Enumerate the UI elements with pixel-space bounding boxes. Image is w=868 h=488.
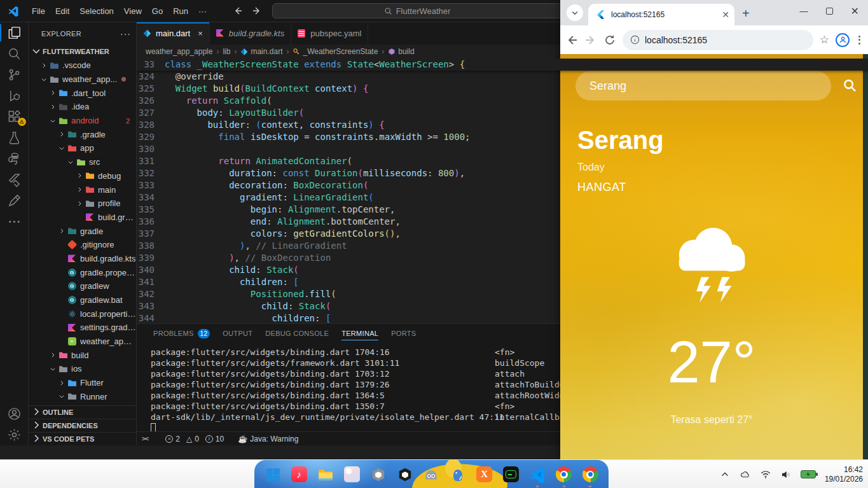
tab-close-icon[interactable]: ×: [198, 29, 203, 38]
tree-item[interactable]: Ggradle.properties: [29, 265, 136, 279]
editor-tab-build.gradle.kts[interactable]: build.gradle.kts: [210, 22, 291, 45]
extensions-activity-icon[interactable]: ⚠: [0, 106, 29, 127]
bookmark-star-icon[interactable]: ☆: [820, 33, 829, 46]
more-activity-icon[interactable]: [0, 211, 29, 232]
tree-item[interactable]: .idea: [29, 100, 136, 114]
account-activity-icon[interactable]: [0, 403, 29, 424]
problems-status[interactable]: × 2 △ 0 i 10: [162, 435, 228, 443]
taskbar-icon-explorer[interactable]: [317, 466, 334, 483]
breadcrumb-item[interactable]: _WeatherScreenState: [293, 47, 378, 56]
tree-item[interactable]: src: [29, 155, 136, 169]
panel-tab-problems[interactable]: PROBLEMS12: [148, 324, 215, 343]
site-info-icon[interactable]: [630, 35, 640, 45]
weather-search-icon[interactable]: [843, 78, 857, 93]
menu-go[interactable]: Go: [147, 4, 168, 18]
taskbar-icon-terminal-green[interactable]: [502, 466, 519, 483]
debug-activity-icon[interactable]: [0, 85, 29, 106]
section-vs-code-pets[interactable]: VS CODE PETS: [29, 432, 136, 445]
new-tab-icon[interactable]: +: [742, 6, 750, 21]
menu-view[interactable]: View: [119, 4, 147, 18]
taskbar-icon-unity-grey[interactable]: [370, 466, 387, 483]
taskbar-icon-music[interactable]: ♪: [291, 466, 307, 483]
editor-tab-pubspec.yaml[interactable]: pubspec.yaml: [291, 22, 368, 45]
files-activity-icon[interactable]: [0, 22, 29, 43]
breadcrumb-item[interactable]: main.dart: [240, 47, 282, 56]
taskbar-icon-chrome[interactable]: [556, 466, 572, 483]
search-activity-icon[interactable]: [0, 43, 29, 64]
tab-search-icon[interactable]: [567, 4, 583, 21]
remote-indicator-icon[interactable]: ><: [137, 435, 151, 443]
tree-item[interactable]: gradle: [29, 224, 136, 238]
breadcrumb-item[interactable]: lib: [223, 47, 230, 56]
tree-item[interactable]: ios: [29, 362, 136, 376]
menu-file[interactable]: File: [27, 4, 50, 18]
tab-close-icon[interactable]: ✕: [722, 10, 729, 20]
panel-tab-terminal[interactable]: TERMINAL: [336, 324, 383, 343]
section-outline[interactable]: OUTLINE: [29, 405, 136, 419]
city-search-input[interactable]: Serang: [575, 71, 831, 101]
browser-back-icon[interactable]: [565, 34, 578, 46]
tree-item[interactable]: build.gradle.kts: [29, 211, 136, 225]
tree-item[interactable]: .vscode: [29, 59, 136, 73]
panel-tab-output[interactable]: OUTPUT: [217, 324, 258, 343]
battery-icon[interactable]: [801, 470, 816, 478]
editor-tab-main.dart[interactable]: main.dart×: [137, 22, 210, 45]
minimize-icon[interactable]: —: [800, 6, 808, 16]
tree-item[interactable]: Ggradlew: [29, 279, 136, 293]
tree-item[interactable]: settings.gradle....: [29, 321, 136, 335]
settings-activity-icon[interactable]: [0, 424, 29, 445]
scm-activity-icon[interactable]: [0, 64, 29, 85]
tree-item[interactable]: debug: [29, 169, 136, 183]
tree-item[interactable]: Runner: [29, 390, 136, 404]
taskbar-icon-godot[interactable]: [423, 466, 439, 483]
workspace-section-header[interactable]: FLUTTERWEATHER: [29, 45, 136, 59]
breadcrumb-item[interactable]: build: [388, 47, 414, 56]
tray-chevron-icon[interactable]: [719, 469, 731, 480]
tree-item[interactable]: ≡weather_app_a...: [29, 335, 136, 349]
menu-···[interactable]: ···: [193, 4, 212, 18]
taskbar-icon-xampp[interactable]: X: [476, 466, 493, 483]
taskbar-icon-windows[interactable]: [265, 466, 281, 483]
browser-menu-icon[interactable]: [856, 36, 863, 45]
tree-item[interactable]: local.properties: [29, 307, 136, 321]
tree-item[interactable]: app: [29, 141, 136, 155]
tree-item[interactable]: build: [29, 348, 136, 362]
taskbar-icon-chrome2[interactable]: [582, 466, 598, 483]
menu-selection[interactable]: Selection: [74, 4, 118, 18]
tree-item[interactable]: main: [29, 183, 136, 197]
pen-activity-icon[interactable]: [0, 190, 29, 211]
explorer-more-icon[interactable]: ···: [120, 29, 131, 39]
flutter-activity-icon[interactable]: [0, 169, 29, 190]
taskbar-icon-vscode[interactable]: [529, 466, 546, 483]
testing-activity-icon[interactable]: [0, 127, 29, 148]
python-activity-icon[interactable]: [0, 148, 29, 169]
tree-item[interactable]: build.gradle.kts: [29, 252, 136, 266]
taskbar-icon-avatar[interactable]: [344, 466, 361, 483]
section-dependencies[interactable]: DEPENDENCIES: [29, 419, 136, 432]
clock[interactable]: 16:42 19/01/2026: [825, 465, 863, 484]
onedrive-cloud-icon[interactable]: [740, 469, 751, 480]
tree-item[interactable]: .dart_tool: [29, 86, 136, 100]
tree-item[interactable]: Ggradlew.bat: [29, 293, 136, 307]
panel-tab-debug-console[interactable]: DEBUG CONSOLE: [260, 324, 334, 343]
maximize-icon[interactable]: [826, 8, 833, 15]
profile-avatar-icon[interactable]: [836, 33, 850, 47]
tree-item[interactable]: .gitignore: [29, 238, 136, 252]
reload-icon[interactable]: [603, 34, 616, 46]
tree-item[interactable]: Flutter: [29, 376, 136, 390]
volume-icon[interactable]: [780, 469, 792, 480]
browser-tab[interactable]: localhost:52165 ✕: [588, 4, 734, 25]
page-scrollbar[interactable]: [863, 54, 868, 459]
wifi-icon[interactable]: [760, 469, 771, 480]
tree-item[interactable]: weather_app...: [29, 73, 136, 87]
menu-run[interactable]: Run: [168, 4, 193, 18]
command-search-box[interactable]: FlutterWeather: [272, 3, 562, 18]
tree-item[interactable]: profile: [29, 197, 136, 211]
breadcrumb-item[interactable]: weather_app_apple: [146, 47, 212, 56]
browser-forward-icon[interactable]: [584, 34, 597, 46]
back-arrow-icon[interactable]: [233, 6, 243, 16]
forward-arrow-icon[interactable]: [252, 6, 262, 16]
address-bar[interactable]: localhost:52165: [623, 30, 813, 50]
taskbar-icon-unity-black[interactable]: [397, 466, 413, 483]
menu-edit[interactable]: Edit: [50, 4, 74, 18]
